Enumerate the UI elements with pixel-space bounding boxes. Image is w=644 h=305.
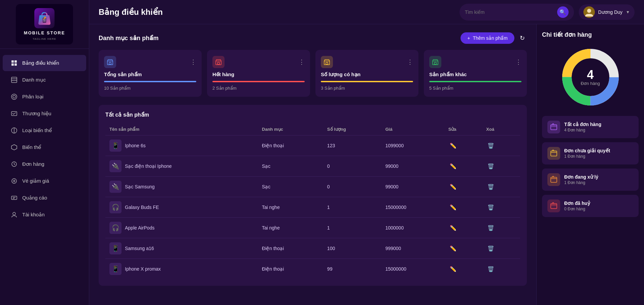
delete-button[interactable]: 🗑️ [486,244,496,253]
order-count-all: 4 Đơn hàng [564,128,633,132]
variant-type-icon [11,127,18,134]
sidebar-item-categories[interactable]: Danh mục [3,72,86,88]
user-badge[interactable]: Dương Duy ▼ [579,4,635,20]
order-card-all[interactable]: Tất cả đơn hàng 4 Đơn hàng [542,116,639,138]
edit-button[interactable]: ✏️ [448,223,458,233]
stat-count-other: 5 Sản phẩm [429,86,521,91]
delete-button[interactable]: 🗑️ [486,223,496,233]
table-body: 📱 Iphone 6s Điện thoại 123 1099000 ✏️ 🗑️… [105,135,520,279]
product-category-cell: Sạc [258,177,323,197]
refresh-button[interactable]: ↻ [518,32,527,44]
stat-card-menu-limited[interactable]: ⋮ [407,58,413,66]
sidebar-label-vouchers: Vé giảm giá [22,178,49,184]
product-name-cell: 📱 Iphone 6s [105,135,258,156]
sidebar-item-dashboard[interactable]: Bảng điều khiển [3,55,86,71]
delete-button[interactable]: 🗑️ [486,182,496,191]
stat-card-menu-out-of-stock[interactable]: ⋮ [299,58,305,66]
svg-rect-6 [14,63,17,66]
sidebar-item-orders[interactable]: Đơn hàng [3,156,86,172]
product-quantity-cell: 0 [323,156,381,177]
sidebar-label-classification: Phân loại [22,94,43,100]
product-name-cell: 🎧 Apple AirPods [105,218,258,238]
svg-rect-36 [551,151,557,156]
product-cell: 📱 Iphone X promax [109,263,254,275]
order-icon-processing [547,173,560,186]
sidebar-item-brand[interactable]: Thương hiệu [3,105,86,122]
edit-button[interactable]: ✏️ [448,203,458,212]
product-quantity-cell: 99 [323,259,381,279]
product-cell: 🔌 Sạc Samsung [109,181,254,193]
svg-rect-29 [434,62,436,64]
product-category-cell: Tai nghe [258,218,323,238]
table-row: 🔌 Sạc Samsung Sạc 0 99000 ✏️ 🗑️ [105,177,520,197]
svg-rect-5 [11,63,14,66]
edit-button[interactable]: ✏️ [448,244,458,253]
delete-button[interactable]: 🗑️ [486,162,496,171]
categories-icon [11,77,18,83]
product-cell: 🎧 Apple AirPods [109,222,254,234]
table-row: 📱 Iphone 6s Điện thoại 123 1099000 ✏️ 🗑️ [105,135,520,156]
product-delete-cell: 🗑️ [482,259,520,279]
sidebar-item-ads[interactable]: Quảng cáo [3,190,86,206]
stat-card-title-limited: Số lượng có hạn [321,71,413,78]
product-thumb: 📱 [109,140,122,152]
product-category-cell: Điện thoại [258,135,323,156]
product-quantity-cell: 1 [323,197,381,218]
table-row: 📱 Samsung a16 Điện thoại 100 999000 ✏️ 🗑… [105,238,520,259]
product-price-cell: 1000000 [381,218,444,238]
order-count-unresolved: 1 Đơn hàng [564,154,633,159]
stat-card-menu-total[interactable]: ⋮ [190,58,196,66]
add-product-button[interactable]: + Thêm sản phẩm [461,32,514,44]
product-name-cell: 📱 Iphone X promax [105,259,258,279]
search-button[interactable]: 🔍 [557,6,569,18]
delete-button[interactable]: 🗑️ [486,265,496,274]
sidebar-item-variant-type[interactable]: Loại biến thể [3,122,86,139]
brand-icon [11,110,18,117]
orders-icon [11,161,18,167]
order-cards: Tất cả đơn hàng 4 Đơn hàng Đơn chưa giải… [542,116,639,217]
product-name: Galaxy Buds FE [125,205,159,210]
product-name: Samsung a16 [125,246,154,251]
stat-card-limited: ⋮ Số lượng có hạn 3 Sản phẩm [315,50,418,97]
sidebar-item-account[interactable]: Tài khoản [3,207,86,223]
stat-count-out-of-stock: 2 Sản phẩm [212,86,305,91]
products-table-section: Tất cả sản phẩm Tên sản phẩmDanh mụcSố l… [99,105,527,286]
ads-icon [11,194,18,201]
stat-card-header-total: ⋮ [104,56,196,68]
svg-rect-28 [326,62,328,64]
search-input[interactable] [465,9,554,15]
col-header-giá: Giá [381,123,444,135]
edit-button[interactable]: ✏️ [448,141,458,150]
sidebar-item-classification[interactable]: Phân loại [3,89,86,105]
sidebar-label-variant-type: Loại biến thể [22,127,52,133]
vouchers-icon [11,178,18,184]
table-row: 🔌 Sạc điện thoại Iphone Sạc 0 99000 ✏️ 🗑… [105,156,520,177]
header: Bảng điều khiển 🔍 Dương Duy ▼ [89,0,644,24]
order-card-cancelled[interactable]: Đơn đã huỷ 0 Đơn hàng [542,195,639,217]
logo-subtitle: TAGLINE HERE [33,37,56,40]
edit-button[interactable]: ✏️ [448,162,458,171]
edit-button[interactable]: ✏️ [448,265,458,274]
stat-card-title-other: Sản phẩm khác [429,71,521,78]
sidebar-item-vouchers[interactable]: Vé giảm giá [3,173,86,189]
product-quantity-cell: 0 [323,177,381,197]
stat-progress-limited [321,81,413,82]
delete-button[interactable]: 🗑️ [486,141,496,150]
delete-button[interactable]: 🗑️ [486,203,496,212]
stat-card-other: ⋮ Sản phẩm khác 5 Sản phẩm [424,50,527,97]
order-card-unresolved[interactable]: Đơn chưa giải quyết 1 Đơn hàng [542,142,639,164]
svg-point-10 [11,94,17,99]
product-quantity-cell: 123 [323,135,381,156]
svg-rect-7 [11,77,17,83]
sidebar-item-variants[interactable]: Biến thể [3,139,86,155]
stat-card-menu-other[interactable]: ⋮ [515,58,521,66]
order-card-processing[interactable]: Đơn đang xử lý 1 Đơn hàng [542,169,639,191]
product-edit-cell: ✏️ [444,218,482,238]
edit-button[interactable]: ✏️ [448,182,458,191]
product-delete-cell: 🗑️ [482,135,520,156]
order-name-unresolved: Đơn chưa giải quyết [564,148,633,153]
product-edit-cell: ✏️ [444,177,482,197]
product-cell: 🔌 Sạc điện thoại Iphone [109,160,254,172]
sidebar-label-categories: Danh mục [22,77,46,83]
svg-point-25 [587,9,591,13]
